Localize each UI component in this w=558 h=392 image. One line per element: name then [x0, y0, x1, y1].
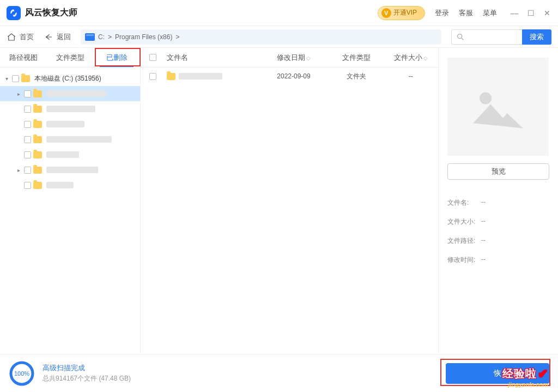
progress-percent: 100% [9, 360, 35, 387]
vip-badge-icon: V [381, 8, 391, 18]
support-link[interactable]: 客服 [459, 8, 473, 18]
col-header-type[interactable]: 文件类型 [329, 53, 384, 63]
footer: 100% 高级扫描完成 总共914167个文件 (47.48 GB) 恢 [0, 354, 558, 392]
open-vip-button[interactable]: V 开通VIP [378, 6, 425, 20]
redacted-label [46, 121, 84, 127]
search-input[interactable] [451, 29, 522, 45]
sort-icon: ◇ [306, 55, 311, 61]
home-label: 首页 [20, 32, 34, 42]
back-arrow-icon [44, 32, 53, 42]
minimize-icon[interactable]: — [510, 9, 519, 17]
redacted-label [46, 182, 74, 188]
caret-right-icon[interactable]: ▸ [15, 91, 22, 97]
folder-tree: ▾ 本地磁盘 (C:) (351956) ▸ [0, 68, 140, 196]
tree-child[interactable] [0, 117, 140, 132]
recover-button[interactable]: 恢 [446, 363, 549, 384]
checkbox[interactable] [24, 90, 31, 97]
breadcrumb-seg-1: Program Files (x86) [115, 33, 172, 41]
scan-progress-ring: 100% [9, 360, 35, 387]
detail-mtime: 修改时间: -- [447, 255, 549, 265]
app-title: 风云恢复大师 [25, 7, 77, 19]
detail-size: 文件大小: -- [447, 217, 549, 226]
checkbox[interactable] [24, 182, 31, 189]
redacted-label [46, 136, 112, 143]
tree-child[interactable] [0, 147, 140, 162]
details-panel: 预览 文件名: -- 文件大小: -- 文件路径: -- 修改时间: -- [438, 48, 558, 353]
app-logo-icon [7, 6, 21, 20]
caret-down-icon[interactable]: ▾ [3, 76, 10, 82]
tab-deleted[interactable]: 已删除 [93, 48, 140, 67]
folder-icon [33, 182, 42, 189]
folder-icon [33, 90, 42, 97]
select-all-checkbox[interactable] [149, 54, 156, 61]
tree-child[interactable]: ▸ [0, 86, 140, 101]
col-header-date[interactable]: 修改日期◇ [258, 53, 329, 63]
tree-child[interactable] [0, 132, 140, 147]
left-panel: 路径视图 文件类型 已删除 ▾ 本地磁盘 (C:) (351956) ▸ [0, 48, 141, 353]
svg-point-0 [458, 34, 462, 38]
tab-file-type[interactable]: 文件类型 [47, 48, 94, 67]
breadcrumb[interactable]: C: > Program Files (x86) > [81, 29, 441, 45]
col-header-name[interactable]: 文件名 [165, 53, 258, 63]
detail-path: 文件路径: -- [447, 236, 549, 246]
menu-link[interactable]: 菜单 [483, 8, 497, 18]
disk-icon [85, 33, 95, 41]
detail-name: 文件名: -- [447, 198, 549, 207]
close-icon[interactable]: ✕ [543, 9, 551, 17]
breadcrumb-sep-0: > [108, 33, 112, 41]
row-type: 文件夹 [329, 72, 384, 81]
file-list-panel: 文件名 修改日期◇ 文件类型 文件大小◇ 2022-09-09 文件夹 -- [141, 48, 438, 353]
vip-label: 开通VIP [393, 8, 417, 17]
redacted-label [46, 167, 98, 173]
checkbox[interactable] [149, 73, 156, 80]
checkbox[interactable] [24, 106, 31, 113]
col-header-size[interactable]: 文件大小◇ [384, 53, 438, 63]
tree-child[interactable]: ▸ [0, 162, 140, 177]
scan-title: 高级扫描完成 [43, 363, 131, 373]
search-icon [456, 33, 465, 41]
folder-icon [33, 167, 42, 174]
tree-root[interactable]: ▾ 本地磁盘 (C:) (351956) [0, 71, 140, 86]
checkbox[interactable] [24, 136, 31, 143]
redacted-label [179, 73, 222, 79]
tree-child[interactable] [0, 177, 140, 193]
sort-icon: ◇ [423, 55, 428, 61]
checkbox[interactable] [24, 121, 31, 128]
list-header: 文件名 修改日期◇ 文件类型 文件大小◇ [141, 48, 438, 68]
tree-root-label: 本地磁盘 (C:) (351956) [34, 74, 101, 83]
checkbox[interactable] [24, 151, 31, 158]
home-button[interactable]: 首页 [7, 32, 34, 42]
preview-thumbnail [447, 58, 549, 156]
back-button[interactable]: 返回 [44, 32, 71, 42]
scan-summary: 总共914167个文件 (47.48 GB) [43, 374, 131, 383]
folder-icon [33, 151, 42, 158]
scan-status: 高级扫描完成 总共914167个文件 (47.48 GB) [43, 363, 131, 383]
checkbox[interactable] [12, 75, 19, 82]
breadcrumb-seg-0: C: [98, 33, 105, 41]
redacted-label [46, 151, 79, 158]
main-area: 路径视图 文件类型 已删除 ▾ 本地磁盘 (C:) (351956) ▸ [0, 48, 558, 353]
image-placeholder-icon [468, 82, 528, 131]
tab-path-view[interactable]: 路径视图 [0, 48, 47, 67]
row-date: 2022-09-09 [258, 72, 329, 80]
breadcrumb-sep-1: > [175, 33, 179, 41]
titlebar: 风云恢复大师 V 开通VIP 登录 客服 菜单 — ☐ ✕ [0, 0, 558, 26]
login-link[interactable]: 登录 [435, 8, 449, 18]
row-size: -- [384, 72, 438, 80]
redacted-label [46, 90, 106, 97]
folder-icon [33, 106, 42, 113]
tree-child[interactable] [0, 101, 140, 117]
redacted-label [46, 106, 95, 112]
table-row[interactable]: 2022-09-09 文件夹 -- [141, 68, 438, 85]
caret-right-icon[interactable]: ▸ [15, 167, 22, 173]
svg-point-1 [480, 92, 492, 104]
view-tabs: 路径视图 文件类型 已删除 [0, 48, 140, 68]
navbar: 首页 返回 C: > Program Files (x86) > 搜索 [0, 26, 558, 48]
checkbox[interactable] [24, 167, 31, 174]
maximize-icon[interactable]: ☐ [526, 9, 535, 17]
search-button[interactable]: 搜索 [522, 29, 551, 45]
home-icon [7, 32, 16, 42]
preview-button[interactable]: 预览 [447, 163, 549, 180]
folder-icon [33, 136, 42, 143]
folder-icon [167, 73, 175, 80]
